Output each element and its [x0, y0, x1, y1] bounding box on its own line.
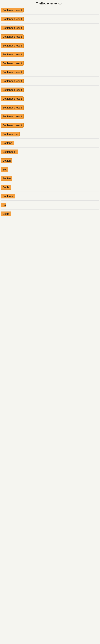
page-wrapper: TheBottlenecker.com Bottleneck resultBot…: [0, 0, 100, 218]
bottleneck-badge[interactable]: Bottleneck result: [1, 52, 24, 57]
list-item: Bottleneck result: [1, 68, 99, 77]
bottleneck-badge[interactable]: Bottleneck r: [1, 150, 18, 154]
list-item: Bottlene: [1, 139, 99, 148]
bottleneck-badge[interactable]: Bottleneck re: [1, 132, 20, 136]
list-item: Bottleneck result: [1, 121, 99, 130]
list-item: Bottleneck result: [1, 41, 99, 50]
list-item: Bottleneck result: [1, 112, 99, 121]
bottleneck-badge[interactable]: Bottleneck result: [1, 17, 24, 21]
bottleneck-badge[interactable]: Bottleneck result: [1, 43, 24, 48]
bottleneck-badge[interactable]: Bottleneck result: [1, 105, 24, 110]
list-item: Bottleneck result: [1, 32, 99, 41]
bottleneck-badge[interactable]: Bottleneck result: [1, 8, 24, 12]
bottleneck-badge[interactable]: Bottleneck result: [1, 88, 24, 92]
bottleneck-badge[interactable]: Bottlen: [1, 158, 12, 163]
bottleneck-badge[interactable]: Bottleneck result: [1, 70, 24, 74]
list-item: Bottlenec: [1, 192, 99, 201]
bottleneck-badge[interactable]: Bottleneck result: [1, 61, 24, 66]
bottleneck-badge[interactable]: Bottleneck result: [1, 96, 24, 101]
bottleneck-badge[interactable]: Bot: [1, 167, 8, 172]
bottleneck-badge[interactable]: Bottlene: [1, 141, 14, 145]
list-item: Bottleneck result: [1, 15, 99, 24]
bottleneck-badge[interactable]: Bottleneck result: [1, 114, 24, 119]
list-item: Bottle: [1, 183, 99, 192]
list-item: Bottleneck re: [1, 130, 99, 139]
list-item: Bottlen: [1, 174, 99, 183]
list-item: Bottle: [1, 210, 99, 218]
list-item: Bottleneck result: [1, 77, 99, 86]
bottleneck-badge[interactable]: Bottleneck result: [1, 26, 24, 30]
bottleneck-badge[interactable]: Bottlenec: [1, 194, 15, 198]
site-title: TheBottlenecker.com: [36, 2, 64, 5]
bottleneck-badge[interactable]: Bottleneck result: [1, 123, 24, 128]
list-item: Bottleneck result: [1, 94, 99, 103]
site-header: TheBottlenecker.com: [0, 0, 100, 6]
list-item: Bottleneck result: [1, 86, 99, 94]
list-item: Bo: [1, 201, 99, 210]
bottleneck-badge[interactable]: Bottleneck result: [1, 79, 24, 83]
list-item: Bot: [1, 165, 99, 174]
list-item: Bottleneck result: [1, 24, 99, 32]
bottleneck-badge[interactable]: Bottlen: [1, 176, 12, 181]
bottleneck-badge[interactable]: Bo: [1, 203, 6, 207]
list-item: Bottleneck result: [1, 6, 99, 15]
list-item: Bottlen: [1, 156, 99, 165]
list-item: Bottleneck r: [1, 148, 99, 156]
bottleneck-badge[interactable]: Bottleneck result: [1, 34, 24, 39]
bottleneck-badge[interactable]: Bottle: [1, 185, 11, 190]
bottleneck-badge[interactable]: Bottle: [1, 212, 11, 216]
list-item: Bottleneck result: [1, 50, 99, 59]
items-container: Bottleneck resultBottleneck resultBottle…: [0, 6, 100, 218]
list-item: Bottleneck result: [1, 103, 99, 112]
list-item: Bottleneck result: [1, 59, 99, 68]
